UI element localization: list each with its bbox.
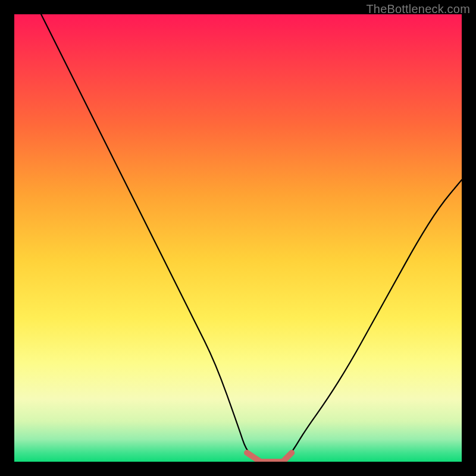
plot-area: [14, 14, 462, 462]
curve-svg: [14, 14, 462, 462]
watermark-text: TheBottleneck.com: [366, 2, 470, 16]
chart-frame: TheBottleneck.com: [0, 0, 476, 476]
bottleneck-curve-path: [41, 14, 462, 462]
curve-group: [41, 14, 462, 462]
highlight-segment: [247, 453, 292, 462]
